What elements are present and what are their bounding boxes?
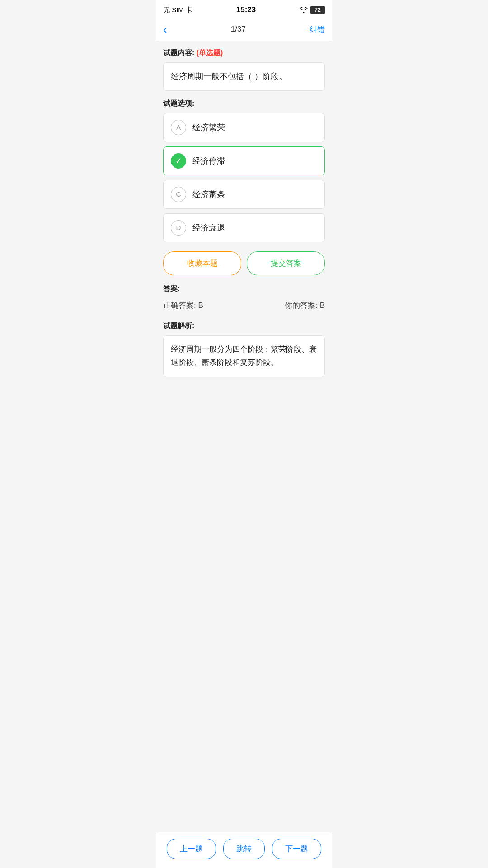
option-c-text: 经济萧条 — [192, 189, 225, 200]
correct-answer: 正确答案: B — [163, 300, 203, 311]
option-a-key: A — [171, 120, 186, 135]
correction-button[interactable]: 纠错 — [310, 24, 325, 35]
back-button[interactable]: ‹ — [163, 24, 167, 35]
question-content: 经济周期一般不包括（ ）阶段。 — [163, 62, 325, 91]
status-bar: 无 SIM 卡 15:23 72 — [156, 0, 332, 18]
battery-indicator: 72 — [310, 6, 325, 14]
option-c-key: C — [171, 187, 186, 202]
option-b-key: ✓ — [171, 153, 186, 169]
option-b-text: 经济停滞 — [192, 156, 225, 166]
options-section-label: 试题选项: — [163, 99, 325, 108]
submit-button[interactable]: 提交答案 — [247, 251, 325, 275]
time-text: 15:23 — [236, 5, 256, 14]
carrier-text: 无 SIM 卡 — [163, 6, 192, 14]
option-c[interactable]: C 经济萧条 — [163, 180, 325, 209]
action-buttons: 收藏本题 提交答案 — [163, 251, 325, 275]
option-d-key: D — [171, 220, 186, 236]
answer-row: 正确答案: B 你的答案: B — [163, 298, 325, 314]
question-type-badge: (单选题) — [197, 49, 223, 57]
option-d-text: 经济衰退 — [192, 222, 225, 233]
wifi-icon — [300, 7, 308, 13]
option-d[interactable]: D 经济衰退 — [163, 213, 325, 242]
your-answer: 你的答案: B — [285, 300, 325, 311]
option-b[interactable]: ✓ 经济停滞 — [163, 146, 325, 175]
status-icons: 72 — [300, 6, 325, 14]
answer-label: 答案: — [163, 284, 325, 294]
analysis-content: 经济周期一般分为四个阶段：繁荣阶段、衰退阶段、萧条阶段和复苏阶段。 — [163, 335, 325, 377]
answer-section: 答案: 正确答案: B 你的答案: B — [163, 284, 325, 314]
nav-bar: ‹ 1/37 纠错 — [156, 18, 332, 41]
option-a-text: 经济繁荣 — [192, 122, 225, 133]
analysis-label: 试题解析: — [163, 321, 325, 331]
option-a[interactable]: A 经济繁荣 — [163, 113, 325, 142]
question-section-label: 试题内容: (单选题) — [163, 48, 325, 58]
main-content: 试题内容: (单选题) 经济周期一般不包括（ ）阶段。 试题选项: A 经济繁荣… — [156, 41, 332, 420]
collect-button[interactable]: 收藏本题 — [163, 251, 241, 275]
options-list: A 经济繁荣 ✓ 经济停滞 C 经济萧条 D 经济衰退 — [163, 113, 325, 242]
progress-indicator: 1/37 — [231, 25, 246, 34]
